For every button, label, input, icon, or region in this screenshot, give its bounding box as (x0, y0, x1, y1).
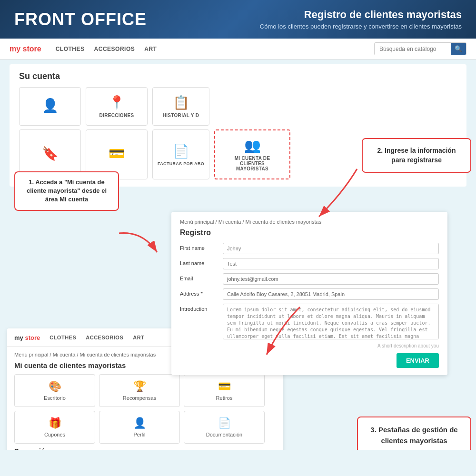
dash-cupones[interactable]: 🎁 Cupones (14, 411, 95, 444)
trophy-icon: 🏆 (133, 380, 146, 393)
promo-nav-arrows[interactable]: ‹ › (269, 447, 276, 450)
bottom-nav-clothes[interactable]: CLOTHES (50, 335, 76, 340)
front-office-label: FRONT OFFICE (14, 10, 147, 30)
location-icon: 📍 (109, 95, 125, 110)
card-label-mayoristas: MI CUENTA DE CLIENTES MAYORISTAS (225, 156, 280, 171)
dashboard-cards-row1: 🎨 Escritorio 🏆 Recompensas 💳 Retiros (14, 374, 276, 407)
header-banner: FRONT OFFICE Registro de clientes mayori… (0, 0, 476, 39)
dash-retiros[interactable]: 💳 Retiros (184, 374, 265, 407)
account-card-mayoristas[interactable]: 👥 MI CUENTA DE CLIENTES MAYORISTAS (214, 129, 290, 179)
search-box-top: 🔍 (374, 42, 466, 55)
search-input-top[interactable] (375, 43, 451, 55)
dash-retiros-label: Retiros (216, 395, 233, 401)
dash-perfil[interactable]: 👤 Perfil (99, 411, 180, 444)
bottom-nav-art[interactable]: ART (133, 335, 144, 340)
textarea-intro[interactable]: Lorem ipsum dolor sit amet, consectetur … (223, 304, 439, 339)
dash-recompensas[interactable]: 🏆 Recompensas (99, 374, 180, 407)
card-label-historial: HISTORIAL Y D (163, 113, 199, 118)
promo-title-text: Promoción (14, 447, 49, 450)
label-intro: Introduction (180, 304, 223, 312)
bottom-nav-accesorios[interactable]: ACCESORIOS (86, 335, 123, 340)
field-lastname: Last name (180, 258, 439, 269)
bookmark-icon: 🔖 (42, 146, 59, 161)
gift-icon: 🎁 (49, 417, 61, 429)
doc-icon: 📄 (218, 417, 231, 429)
profile-icon: 👤 (133, 417, 146, 429)
su-cuenta-title: Su cuenta (19, 71, 457, 81)
input-email[interactable] (223, 273, 439, 285)
search-button-top[interactable]: 🔍 (451, 43, 466, 55)
arrow-3 (257, 302, 314, 359)
arrow-2 (305, 164, 362, 221)
logo-store: store (23, 45, 41, 53)
invoice-icon: 📄 (173, 143, 189, 159)
dash-documentacion-label: Documentación (206, 432, 242, 437)
tooltip-3-text: 3. Pestañas de gestión de clientes mayor… (370, 426, 457, 445)
person-icon: 👤 (42, 98, 59, 113)
group-icon: 👥 (244, 138, 261, 153)
account-card-facturas[interactable]: 📄 FACTURAS POR ABO (152, 129, 209, 179)
input-lastname[interactable] (223, 258, 439, 269)
field-firstname: First name (180, 243, 439, 254)
main-title: Registro de clientes mayoristas (260, 9, 462, 21)
account-cards: 👤 📍 DIRECCIONES 📋 HISTORIAL Y D (19, 87, 457, 126)
reg-title: Registro (180, 228, 439, 237)
dash-recompensas-label: Recompensas (123, 395, 156, 401)
logo-my: my (10, 45, 23, 53)
card-label-direcciones: DIRECCIONES (99, 113, 134, 118)
store-nav-top: my store CLOTHES ACCESORIOS ART 🔍 (0, 39, 476, 60)
dash-escritorio[interactable]: 🎨 Escritorio (14, 374, 95, 407)
nav-clothes[interactable]: CLOTHES (56, 46, 85, 52)
wallet-icon: 💳 (109, 146, 125, 161)
store-logo-top: my store (10, 45, 41, 53)
dash-escritorio-label: Escritorio (44, 395, 66, 401)
card-icon: 💳 (218, 380, 231, 393)
account-card-historial[interactable]: 📋 HISTORIAL Y D (152, 87, 209, 126)
tooltip-1: 1. Acceda a "Mi cuenta de cliente mayori… (14, 171, 119, 211)
label-email: Email (180, 273, 223, 281)
dash-perfil-label: Perfil (133, 432, 145, 437)
field-address: Address * (180, 288, 439, 300)
dash-documentacion[interactable]: 📄 Documentación (184, 411, 265, 444)
main-area: Su cuenta 👤 📍 DIRECCIONES 📋 HISTORIAL Y … (0, 60, 476, 450)
account-card-person[interactable]: 👤 (19, 87, 81, 126)
header-title-right: Registro de clientes mayoristas Cómo los… (260, 9, 462, 30)
label-lastname: Last name (180, 258, 223, 266)
tooltip-1-text: 1. Acceda a "Mi cuenta de cliente mayori… (27, 178, 107, 203)
sub-title: Cómo los clientes pueden registrarse y c… (260, 23, 462, 30)
arrow-1 (114, 228, 162, 257)
account-card-direcciones[interactable]: 📍 DIRECCIONES (86, 87, 148, 126)
tooltip-3: 3. Pestañas de gestión de clientes mayor… (357, 416, 471, 450)
nav-accesorios[interactable]: ACCESORIOS (94, 46, 135, 52)
nav-links-top: CLOTHES ACCESORIOS ART (56, 46, 157, 52)
tooltip-2-text: 2. Ingrese la información para registrar… (377, 147, 456, 164)
dashboard-icon: 🎨 (49, 380, 61, 393)
input-address[interactable] (223, 288, 439, 300)
nav-art[interactable]: ART (144, 46, 157, 52)
dash-cupones-label: Cupones (44, 432, 65, 437)
history-icon: 📋 (173, 95, 189, 110)
store-logo-bottom: my store (14, 334, 40, 341)
promo-section: Promoción ‹ › 🔺 Mountain Fox - Vector Gr… (14, 447, 276, 450)
label-address: Address * (180, 288, 223, 297)
submit-button[interactable]: ENVIAR (397, 353, 439, 368)
input-firstname[interactable] (223, 243, 439, 254)
dashboard-cards-row2: 🎁 Cupones 👤 Perfil 📄 Documentación (14, 411, 276, 444)
field-email: Email (180, 273, 439, 285)
tooltip-2: 2. Ingrese la información para registrar… (362, 138, 471, 173)
promo-title-row: Promoción ‹ › (14, 447, 276, 450)
label-firstname: First name (180, 243, 223, 251)
